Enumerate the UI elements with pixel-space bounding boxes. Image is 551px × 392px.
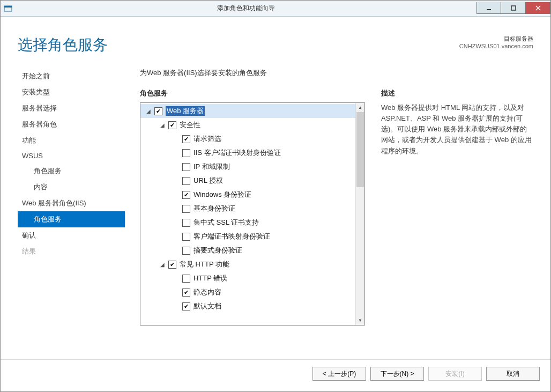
- cancel-button[interactable]: 取消: [486, 367, 540, 381]
- next-button[interactable]: 下一步(N) >: [370, 367, 424, 381]
- checkbox[interactable]: [154, 107, 162, 115]
- checkbox[interactable]: [182, 149, 190, 157]
- tree-row[interactable]: Windows 身份验证: [140, 188, 355, 202]
- wizard-footer: < 上一步(P) 下一步(N) > 安装(I) 取消: [1, 359, 550, 388]
- tree-row[interactable]: IP 和域限制: [140, 160, 355, 174]
- checkbox[interactable]: [182, 135, 190, 143]
- tree-item-label: 客户端证书映射身份验证: [193, 232, 270, 241]
- expander-icon[interactable]: ◢: [159, 262, 166, 268]
- maximize-button[interactable]: [501, 2, 526, 14]
- tree-row[interactable]: URL 授权: [140, 174, 355, 188]
- tree-row[interactable]: ◢常见 HTTP 功能: [140, 257, 355, 271]
- minimize-button[interactable]: [476, 2, 501, 14]
- close-button[interactable]: [526, 2, 550, 14]
- checkbox[interactable]: [182, 191, 190, 199]
- sidebar-step[interactable]: 服务器选择: [18, 100, 125, 116]
- svg-rect-3: [511, 6, 516, 10]
- instruction-text: 为Web 服务器(IIS)选择要安装的角色服务: [140, 68, 533, 78]
- tree-row[interactable]: 请求筛选: [140, 132, 355, 146]
- tree-row[interactable]: 默认文档: [140, 299, 355, 313]
- role-services-tree: ◢Web 服务器◢安全性请求筛选IIS 客户端证书映射身份验证IP 和域限制UR…: [140, 102, 365, 326]
- svg-rect-1: [4, 6, 12, 8]
- sidebar-step[interactable]: WSUS: [18, 149, 125, 163]
- checkbox[interactable]: [182, 247, 190, 255]
- tree-item-label: URL 授权: [193, 176, 223, 186]
- checkbox[interactable]: [182, 205, 190, 213]
- tree-item-label: 安全性: [180, 120, 200, 130]
- roles-label: 角色服务: [140, 88, 365, 98]
- target-server-info: 目标服务器 CNHZWSUS01.vancen.com: [459, 35, 533, 49]
- checkbox[interactable]: [168, 121, 176, 129]
- vertical-scrollbar[interactable]: ▲ ▼: [355, 103, 364, 325]
- scroll-up-button[interactable]: ▲: [356, 103, 364, 112]
- checkbox[interactable]: [182, 289, 190, 297]
- tree-row[interactable]: IIS 客户端证书映射身份验证: [140, 146, 355, 160]
- checkbox[interactable]: [182, 219, 190, 227]
- tree-item-label: 默认文档: [193, 301, 221, 311]
- tree-item-label: IIS 客户端证书映射身份验证: [193, 148, 281, 158]
- wizard-header: 选择角色服务 目标服务器 CNHZWSUS01.vancen.com: [5, 24, 546, 55]
- sidebar-step[interactable]: 功能: [18, 132, 125, 149]
- tree-row[interactable]: 基本身份验证: [140, 202, 355, 216]
- target-label: 目标服务器: [459, 35, 533, 43]
- tree-item-label: IP 和域限制: [193, 162, 230, 172]
- previous-button[interactable]: < 上一步(P): [312, 367, 366, 381]
- tree-row[interactable]: HTTP 错误: [140, 271, 355, 285]
- tree-item-label: Web 服务器: [166, 106, 205, 116]
- scroll-down-button[interactable]: ▼: [356, 316, 364, 325]
- app-icon: [1, 4, 16, 13]
- checkbox[interactable]: [182, 177, 190, 185]
- tree-item-label: 常见 HTTP 功能: [180, 260, 229, 269]
- tree-row[interactable]: 静态内容: [140, 285, 355, 299]
- sidebar-step[interactable]: Web 服务器角色(IIS): [18, 195, 125, 211]
- scroll-thumb[interactable]: [356, 112, 364, 187]
- description-label: 描述: [381, 88, 533, 98]
- tree-item-label: 请求筛选: [193, 134, 221, 144]
- sidebar-step[interactable]: 角色服务: [18, 211, 125, 227]
- tree-row[interactable]: 摘要式身份验证: [140, 243, 355, 257]
- sidebar-step[interactable]: 安装类型: [18, 84, 125, 100]
- tree-row[interactable]: 客户端证书映射身份验证: [140, 230, 355, 243]
- checkbox[interactable]: [182, 233, 190, 241]
- target-server: CNHZWSUS01.vancen.com: [459, 43, 533, 49]
- sidebar-step[interactable]: 服务器角色: [18, 116, 125, 132]
- checkbox[interactable]: [182, 163, 190, 171]
- description-text: Web 服务器提供对 HTML 网站的支持，以及对 ASP.NET、ASP 和 …: [381, 102, 533, 157]
- tree-row[interactable]: ◢安全性: [140, 118, 355, 132]
- page-title: 选择角色服务: [18, 35, 459, 55]
- tree-row[interactable]: ◢Web 服务器: [140, 104, 355, 118]
- sidebar-step: 结果: [18, 243, 125, 260]
- tree-item-label: HTTP 错误: [193, 273, 227, 283]
- sidebar-step[interactable]: 开始之前: [18, 68, 125, 84]
- tree-item-label: Windows 身份验证: [193, 190, 251, 199]
- tree-item-label: 基本身份验证: [193, 204, 235, 213]
- window-title: 添加角色和功能向导: [16, 4, 476, 13]
- tree-row[interactable]: 集中式 SSL 证书支持: [140, 216, 355, 230]
- step-sidebar: 开始之前安装类型服务器选择服务器角色功能WSUS角色服务内容Web 服务器角色(…: [18, 68, 125, 326]
- checkbox[interactable]: [182, 275, 190, 283]
- expander-icon[interactable]: ◢: [145, 108, 152, 114]
- install-button: 安装(I): [428, 367, 482, 381]
- expander-icon[interactable]: ◢: [159, 122, 166, 128]
- checkbox[interactable]: [182, 302, 190, 310]
- window-controls: [476, 3, 550, 14]
- sidebar-step[interactable]: 内容: [18, 179, 125, 195]
- tree-item-label: 集中式 SSL 证书支持: [193, 218, 259, 227]
- sidebar-step[interactable]: 确认: [18, 227, 125, 243]
- checkbox[interactable]: [168, 261, 176, 269]
- titlebar: 添加角色和功能向导: [1, 1, 550, 17]
- tree-item-label: 摘要式身份验证: [193, 246, 242, 255]
- sidebar-step[interactable]: 角色服务: [18, 163, 125, 179]
- tree-item-label: 静态内容: [193, 287, 221, 297]
